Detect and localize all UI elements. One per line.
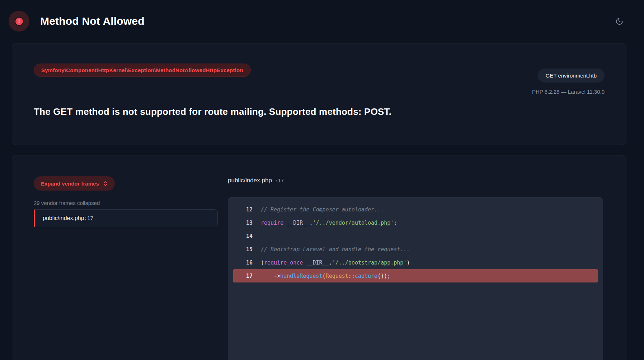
code-token: // Bootstrap Laravel and handle the requ… bbox=[261, 246, 410, 253]
code-line-highlighted: 17 ->handleRequest(Request::capture()); bbox=[233, 269, 598, 282]
exception-summary-card: Symfony\Component\HttpKernel\Exception\M… bbox=[12, 43, 626, 145]
line-number: 17 bbox=[239, 273, 253, 279]
request-method-badge: GET environment.htb bbox=[538, 69, 605, 83]
code-token: require bbox=[261, 220, 287, 226]
frame-file-label: public/index.php bbox=[43, 215, 84, 221]
moon-icon bbox=[615, 17, 624, 25]
line-number: 13 bbox=[239, 220, 253, 226]
frames-column: Expand vendor frames 29 vendor frames co… bbox=[34, 176, 218, 360]
code-line: 14 bbox=[233, 229, 598, 243]
code-line: 15// Bootstrap Laravel and handle the re… bbox=[233, 243, 598, 256]
code-file-line: :17 bbox=[275, 178, 284, 183]
line-number: 12 bbox=[239, 206, 253, 213]
code-file-header: public/index.php :17 bbox=[228, 176, 603, 184]
expand-vendor-frames-button[interactable]: Expand vendor frames bbox=[34, 176, 115, 191]
theme-toggle-button[interactable] bbox=[615, 17, 624, 26]
stack-trace-card: Expand vendor frames 29 vendor frames co… bbox=[12, 155, 626, 360]
code-token: ( bbox=[323, 273, 326, 279]
exception-message: The GET method is not supported for rout… bbox=[34, 106, 605, 117]
code-token: handleRequest bbox=[280, 273, 322, 279]
stack-frame-item[interactable]: public/index.php:17 bbox=[34, 209, 218, 227]
environment-version-label: PHP 8.2.28 — Laravel 11.30.0 bbox=[532, 89, 605, 95]
code-token: '/../bootstrap/app.php' bbox=[332, 260, 407, 266]
code-token: :: bbox=[348, 273, 355, 279]
code-token: require_once bbox=[264, 260, 306, 266]
code-token: __DIR__ bbox=[306, 260, 329, 266]
line-number: 15 bbox=[239, 246, 253, 253]
expand-button-label: Expand vendor frames bbox=[41, 181, 99, 187]
frame-list: public/index.php:17 bbox=[34, 209, 218, 227]
code-token: capture bbox=[355, 273, 377, 279]
code-snippet-panel: 12// Register the Composer autoloader...… bbox=[228, 197, 603, 360]
exclamation-icon: ! bbox=[15, 17, 24, 26]
frame-line-number: :17 bbox=[84, 215, 93, 221]
code-token: __DIR__ bbox=[287, 220, 309, 226]
code-line: 16(require_once __DIR__.'/../bootstrap/a… bbox=[233, 256, 598, 269]
code-token: ( bbox=[261, 260, 264, 266]
code-token: ) bbox=[406, 260, 410, 266]
code-line: 12// Register the Composer autoloader... bbox=[233, 203, 598, 216]
vendor-frames-collapsed-note: 29 vendor frames collapsed bbox=[34, 200, 218, 206]
chevrons-up-down-icon bbox=[103, 181, 108, 187]
code-token: . bbox=[329, 260, 332, 266]
page-title: Method Not Allowed bbox=[40, 15, 145, 27]
code-token: ; bbox=[394, 220, 397, 226]
code-token: Request bbox=[326, 273, 348, 279]
error-alert-icon: ! bbox=[9, 11, 29, 32]
page-header: ! Method Not Allowed bbox=[0, 0, 644, 43]
code-token: '/../vendor/autoload.php' bbox=[313, 220, 394, 226]
line-number: 14 bbox=[239, 233, 253, 239]
exception-class-badge: Symfony\Component\HttpKernel\Exception\M… bbox=[34, 64, 251, 77]
line-number: 16 bbox=[239, 260, 253, 266]
code-column: public/index.php :17 12// Register the C… bbox=[228, 176, 603, 360]
code-line: 13require __DIR__.'/../vendor/autoload.p… bbox=[233, 216, 598, 229]
code-token: ()); bbox=[377, 273, 390, 279]
code-file-name: public/index.php bbox=[228, 177, 272, 184]
code-token: // Register the Composer autoloader... bbox=[261, 206, 384, 213]
code-token: . bbox=[309, 220, 312, 226]
code-token: -> bbox=[261, 273, 280, 279]
